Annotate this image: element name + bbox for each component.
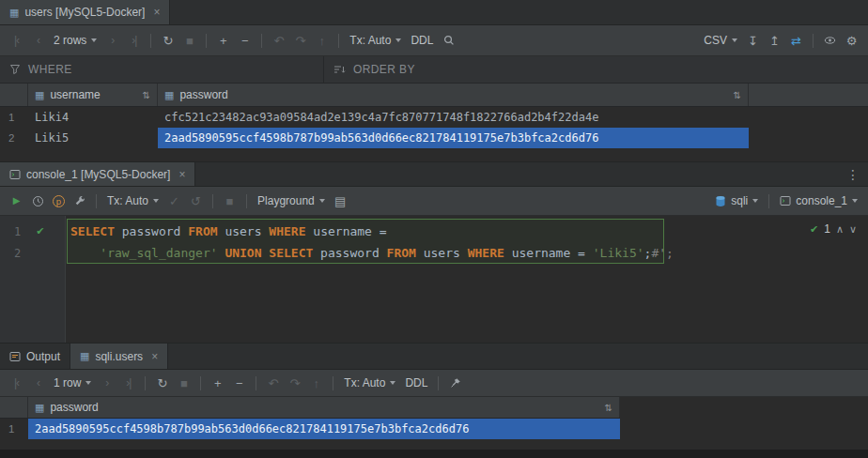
redo-button[interactable]: ↷ bbox=[285, 374, 304, 393]
sql-editor[interactable]: 1 ✔ 2 SELECT password FROM users WHERE u… bbox=[0, 216, 868, 343]
add-row-button[interactable]: + bbox=[208, 374, 227, 393]
session-selector[interactable]: console_1 bbox=[780, 194, 858, 207]
cell-password-selected[interactable]: 2aad5890595ccf4598b787b99ab563d0d66ec821… bbox=[158, 128, 749, 148]
sort-icon[interactable]: ⇅ bbox=[734, 90, 741, 100]
schema-selector[interactable]: sqli bbox=[715, 194, 758, 207]
playground-mode-dropdown[interactable]: Playground bbox=[257, 194, 325, 207]
chevron-down-icon bbox=[91, 38, 97, 42]
submit-button[interactable]: ↑ bbox=[306, 374, 326, 393]
redo-button[interactable]: ↷ bbox=[290, 31, 310, 51]
next-page-button[interactable]: › bbox=[102, 31, 122, 51]
pin-tab-icon[interactable] bbox=[445, 374, 465, 393]
view-options-eye-icon[interactable] bbox=[820, 31, 840, 51]
sql-token: UNION SELECT bbox=[225, 246, 313, 260]
code-area[interactable]: SELECT password FROM users WHERE usernam… bbox=[66, 216, 868, 343]
wrench-icon[interactable] bbox=[70, 191, 89, 211]
tx-mode-dropdown[interactable]: Tx: Auto bbox=[107, 194, 159, 207]
parameters-icon[interactable]: p bbox=[53, 195, 65, 207]
ddl-button[interactable]: DDL bbox=[411, 34, 433, 47]
cell-username[interactable]: Liki5 bbox=[28, 128, 158, 148]
where-filter-input[interactable]: WHERE bbox=[0, 56, 324, 83]
reload-data-button[interactable]: ↻ bbox=[152, 374, 172, 393]
stop-button[interactable]: ■ bbox=[220, 191, 240, 211]
cell-username[interactable]: Liki4 bbox=[28, 107, 158, 128]
kebab-menu-icon[interactable]: ⋮ bbox=[846, 167, 860, 182]
first-page-button[interactable]: |‹ bbox=[7, 31, 26, 51]
commit-button[interactable]: ✓ bbox=[164, 191, 184, 211]
close-icon[interactable]: × bbox=[178, 168, 185, 181]
column-header-password[interactable]: ▦ password ⇅ bbox=[158, 84, 749, 106]
column-header-username[interactable]: ▦ username ⇅ bbox=[28, 84, 158, 106]
toolbar-separator bbox=[200, 376, 201, 390]
output-icon bbox=[9, 351, 21, 362]
sort-icon[interactable]: ⇅ bbox=[605, 403, 612, 413]
run-button[interactable]: ▶ bbox=[7, 191, 26, 211]
first-page-button[interactable]: |‹ bbox=[7, 374, 26, 393]
next-page-button[interactable]: › bbox=[97, 374, 116, 393]
success-check-icon: ✔ bbox=[810, 223, 818, 236]
last-page-button[interactable]: ›| bbox=[124, 31, 144, 51]
toolbar-separator bbox=[338, 34, 339, 48]
column-icon: ▦ bbox=[164, 89, 174, 101]
tx-mode-dropdown[interactable]: Tx: Auto bbox=[344, 376, 395, 389]
rollback-button[interactable]: ↺ bbox=[186, 191, 206, 211]
previous-page-button[interactable]: ‹ bbox=[28, 31, 48, 51]
editor-tabbar: ▦ users [MySQL5-Docker] × bbox=[0, 0, 868, 25]
previous-result-icon[interactable]: ∧ bbox=[836, 223, 844, 236]
search-icon[interactable] bbox=[439, 31, 458, 51]
toolbar-separator bbox=[150, 34, 151, 48]
sort-icon[interactable]: ⇅ bbox=[143, 90, 150, 100]
undo-button[interactable]: ↶ bbox=[269, 31, 288, 51]
sql-token bbox=[218, 246, 225, 260]
chevron-down-icon bbox=[852, 199, 858, 203]
tab-console-1[interactable]: console_1 [MySQL5-Docker] × bbox=[0, 162, 195, 186]
last-page-button[interactable]: ›| bbox=[118, 374, 138, 393]
horizontal-scrollbar[interactable] bbox=[0, 450, 868, 458]
tx-mode-dropdown[interactable]: Tx: Auto bbox=[349, 34, 401, 47]
chevron-down-icon bbox=[732, 38, 737, 42]
previous-page-button[interactable]: ‹ bbox=[28, 374, 48, 393]
delete-row-button[interactable]: − bbox=[235, 31, 255, 51]
chevron-down-icon bbox=[319, 199, 325, 203]
page-size-dropdown[interactable]: 1 row bbox=[54, 376, 91, 389]
order-by-filter-input[interactable]: ORDER BY bbox=[324, 56, 425, 83]
tab-users-table[interactable]: ▦ users [MySQL5-Docker] × bbox=[0, 0, 170, 24]
delete-row-button[interactable]: − bbox=[229, 374, 249, 393]
submit-button[interactable]: ↑ bbox=[312, 31, 332, 51]
results-panel: Output ▦ sqli.users × |‹ ‹ 1 row › ›| ↻ … bbox=[0, 343, 868, 458]
tab-result-grid[interactable]: ▦ sqli.users × bbox=[70, 344, 168, 369]
undo-button[interactable]: ↶ bbox=[263, 374, 283, 393]
next-result-icon[interactable]: ∨ bbox=[849, 223, 857, 236]
output-layout-icon[interactable]: ▤ bbox=[331, 191, 350, 211]
row-number[interactable]: 1 bbox=[0, 419, 28, 439]
stop-button[interactable]: ■ bbox=[174, 374, 194, 393]
history-clock-icon[interactable] bbox=[28, 191, 48, 211]
result-column-headers: ▦ password ⇅ bbox=[0, 397, 620, 419]
export-data-button[interactable]: ↧ bbox=[743, 31, 763, 51]
row-number[interactable]: 2 bbox=[0, 128, 28, 148]
sql-token: FROM bbox=[387, 246, 416, 260]
tab-output[interactable]: Output bbox=[0, 344, 70, 369]
export-format-dropdown[interactable]: CSV bbox=[704, 34, 737, 47]
table-row: 1 2aad5890595ccf4598b787b99ab563d0d66ec8… bbox=[0, 419, 868, 439]
cell-password-selected[interactable]: 2aad5890595ccf4598b787b99ab563d0d66ec821… bbox=[28, 419, 620, 439]
sql-token: WHERE bbox=[269, 224, 305, 238]
ddl-button[interactable]: DDL bbox=[405, 376, 427, 389]
cell-password[interactable]: cfc521c23482ac93a09584ad2e139c4a7fc87077… bbox=[158, 107, 749, 128]
funnel-icon bbox=[9, 64, 21, 75]
add-row-button[interactable]: + bbox=[213, 31, 233, 51]
gear-icon[interactable]: ⚙ bbox=[842, 31, 861, 51]
import-data-button[interactable]: ↥ bbox=[765, 31, 784, 51]
sql-token: users bbox=[218, 224, 270, 238]
row-number[interactable]: 1 bbox=[0, 107, 28, 128]
data-transfer-button[interactable]: ⇄ bbox=[786, 31, 806, 51]
reload-data-button[interactable]: ↻ bbox=[158, 31, 178, 51]
chevron-down-icon bbox=[85, 381, 91, 385]
column-header-password[interactable]: ▦ password ⇅ bbox=[28, 397, 620, 418]
sql-token: password bbox=[115, 224, 188, 238]
grid-column-headers: ▦ username ⇅ ▦ password ⇅ bbox=[0, 84, 868, 107]
page-size-dropdown[interactable]: 2 rows bbox=[54, 34, 97, 47]
close-icon[interactable]: × bbox=[153, 6, 160, 19]
stop-button[interactable]: ■ bbox=[179, 31, 199, 51]
close-icon[interactable]: × bbox=[151, 350, 158, 363]
